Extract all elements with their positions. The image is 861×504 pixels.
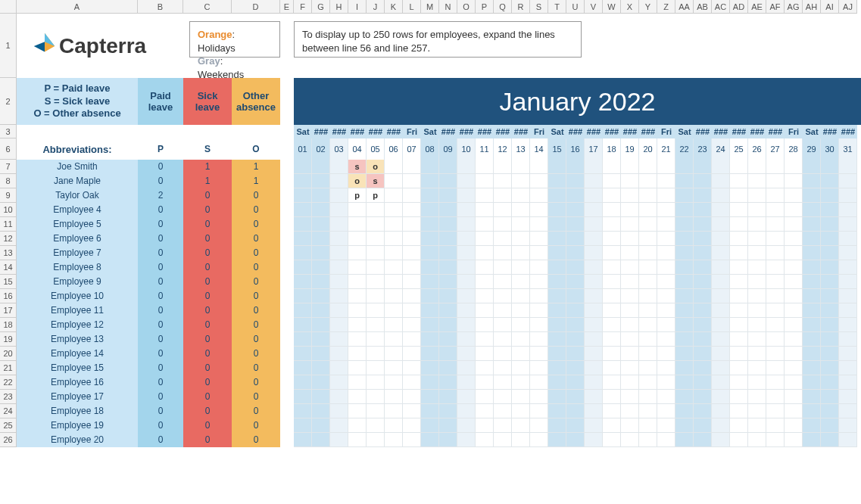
day-cell[interactable]: [385, 174, 403, 188]
day-cell[interactable]: [421, 390, 439, 404]
day-cell[interactable]: [439, 217, 457, 232]
day-cell[interactable]: [494, 390, 512, 404]
day-cell[interactable]: [530, 275, 548, 289]
day-cell[interactable]: [803, 404, 821, 418]
employee-name-cell[interactable]: Employee 9: [17, 275, 138, 289]
day-number-cell[interactable]: 28: [785, 138, 803, 160]
day-cell[interactable]: [603, 390, 621, 404]
day-cell[interactable]: [712, 433, 730, 447]
day-cell[interactable]: [566, 418, 585, 433]
day-cell[interactable]: [512, 217, 530, 232]
row-header[interactable]: 16: [0, 289, 17, 303]
day-cell[interactable]: [566, 390, 585, 404]
day-cell[interactable]: [421, 303, 439, 318]
day-cell[interactable]: [839, 404, 857, 418]
day-cell[interactable]: [457, 289, 476, 303]
day-cell[interactable]: [585, 332, 603, 347]
day-number-cell[interactable]: 16: [566, 138, 585, 160]
day-cell[interactable]: [821, 275, 839, 289]
col-header[interactable]: A: [17, 0, 138, 14]
day-cell[interactable]: [766, 232, 785, 246]
day-cell[interactable]: [766, 260, 785, 275]
day-cell[interactable]: [403, 375, 421, 390]
day-cell[interactable]: [330, 375, 348, 390]
employee-name-cell[interactable]: Employee 5: [17, 217, 138, 232]
day-number-cell[interactable]: 09: [439, 138, 457, 160]
day-number-cell[interactable]: 18: [603, 138, 621, 160]
other-count-cell[interactable]: 0: [232, 418, 280, 433]
day-cell[interactable]: [530, 246, 548, 260]
day-cell[interactable]: [385, 433, 403, 447]
other-count-cell[interactable]: 0: [232, 361, 280, 375]
paid-count-cell[interactable]: 0: [138, 203, 183, 217]
day-cell[interactable]: [839, 318, 857, 332]
day-cell[interactable]: [766, 303, 785, 318]
day-cell[interactable]: [312, 418, 330, 433]
day-cell[interactable]: [457, 188, 476, 203]
day-cell[interactable]: [294, 260, 312, 275]
day-number-cell[interactable]: 29: [803, 138, 821, 160]
sick-count-cell[interactable]: 0: [183, 260, 232, 275]
other-count-cell[interactable]: 0: [232, 203, 280, 217]
day-cell[interactable]: [348, 332, 367, 347]
day-cell[interactable]: [330, 318, 348, 332]
weekday-cell[interactable]: ###: [766, 125, 785, 138]
day-cell[interactable]: [294, 303, 312, 318]
day-cell[interactable]: [712, 418, 730, 433]
day-cell[interactable]: [348, 390, 367, 404]
day-cell[interactable]: [457, 217, 476, 232]
row-header[interactable]: 13: [0, 246, 17, 260]
day-cell[interactable]: [476, 246, 494, 260]
day-number-cell[interactable]: 15: [548, 138, 566, 160]
day-cell[interactable]: [494, 188, 512, 203]
day-cell[interactable]: [476, 418, 494, 433]
day-cell[interactable]: [675, 332, 694, 347]
day-cell[interactable]: [421, 174, 439, 188]
day-cell[interactable]: [512, 232, 530, 246]
weekday-cell[interactable]: Fri: [403, 125, 421, 138]
employee-name-cell[interactable]: Employee 4: [17, 203, 138, 217]
day-cell[interactable]: [330, 275, 348, 289]
day-cell[interactable]: [530, 232, 548, 246]
day-cell[interactable]: [803, 375, 821, 390]
employee-name-cell[interactable]: Employee 19: [17, 418, 138, 433]
day-cell[interactable]: [403, 188, 421, 203]
day-cell[interactable]: [766, 361, 785, 375]
col-header[interactable]: AG: [785, 0, 803, 14]
day-cell[interactable]: [839, 303, 857, 318]
day-cell[interactable]: [730, 275, 748, 289]
day-cell[interactable]: [457, 361, 476, 375]
day-cell[interactable]: [403, 433, 421, 447]
day-cell[interactable]: [457, 347, 476, 361]
paid-count-cell[interactable]: 0: [138, 404, 183, 418]
sick-count-cell[interactable]: 0: [183, 217, 232, 232]
day-cell[interactable]: [494, 361, 512, 375]
paid-count-cell[interactable]: 0: [138, 232, 183, 246]
day-cell[interactable]: [348, 232, 367, 246]
day-cell[interactable]: [512, 318, 530, 332]
day-cell[interactable]: [439, 332, 457, 347]
col-header[interactable]: R: [512, 0, 530, 14]
col-header[interactable]: D: [232, 0, 280, 14]
col-header[interactable]: B: [138, 0, 183, 14]
day-cell[interactable]: [694, 289, 712, 303]
day-cell[interactable]: [421, 332, 439, 347]
day-cell[interactable]: [476, 232, 494, 246]
row-header[interactable]: 10: [0, 203, 17, 217]
day-cell[interactable]: [548, 188, 566, 203]
col-header[interactable]: AJ: [839, 0, 857, 14]
day-cell[interactable]: [548, 303, 566, 318]
day-cell[interactable]: [712, 303, 730, 318]
day-cell[interactable]: [367, 303, 385, 318]
employee-name-cell[interactable]: Employee 18: [17, 404, 138, 418]
day-cell[interactable]: [330, 361, 348, 375]
day-cell[interactable]: [457, 433, 476, 447]
day-cell[interactable]: [657, 404, 675, 418]
day-cell[interactable]: [712, 347, 730, 361]
day-cell[interactable]: [766, 289, 785, 303]
day-cell[interactable]: [530, 361, 548, 375]
day-cell[interactable]: [675, 260, 694, 275]
day-cell[interactable]: [785, 217, 803, 232]
day-cell[interactable]: [766, 433, 785, 447]
day-number-cell[interactable]: 14: [530, 138, 548, 160]
